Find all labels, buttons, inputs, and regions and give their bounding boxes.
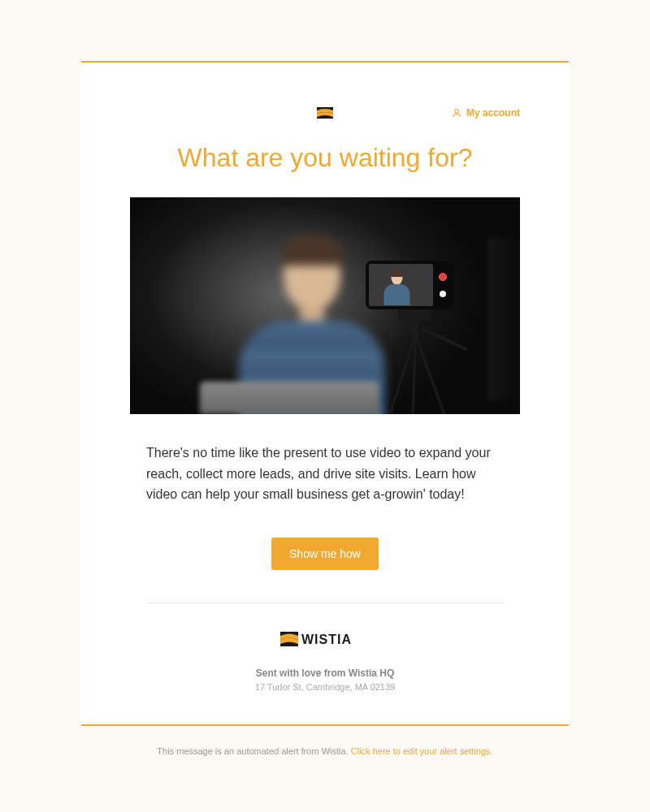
wistia-logo-icon: WISTIA	[280, 632, 370, 646]
footer-text: Sent with love from Wistia HQ 17 Tudor S…	[130, 667, 520, 692]
cta-wrapper: Show me how	[130, 538, 520, 570]
footer-address: 17 Tudor St, Cambridge, MA 02139	[130, 682, 520, 692]
svg-text:WISTIA: WISTIA	[301, 633, 352, 646]
email-body: My account What are you waiting for?	[81, 63, 569, 724]
my-account-link[interactable]: My account	[452, 107, 520, 119]
user-icon	[452, 108, 462, 118]
alert-settings-link[interactable]: Click here to edit your alert settings.	[351, 746, 493, 756]
phone-frame	[366, 261, 453, 309]
switch-camera-icon	[440, 291, 446, 297]
page-heading: What are you waiting for?	[130, 143, 520, 173]
my-account-label: My account	[466, 107, 520, 119]
wistia-logo-small-icon	[317, 107, 333, 119]
hero-rig	[488, 238, 520, 400]
divider	[146, 603, 504, 603]
hero-laptop	[200, 382, 379, 414]
body-text: There's no time like the present to use …	[130, 443, 520, 505]
phone-screen	[369, 264, 433, 306]
show-me-how-button[interactable]: Show me how	[271, 538, 379, 570]
header-row: My account	[130, 107, 520, 119]
disclaimer: This message is an automated alert from …	[81, 726, 569, 776]
phone-controls	[436, 273, 450, 297]
svg-point-1	[455, 110, 459, 114]
hero-image	[130, 197, 520, 414]
email-wrapper: My account What are you waiting for?	[81, 61, 569, 776]
record-icon	[439, 273, 447, 281]
disclaimer-prefix: This message is an automated alert from …	[157, 746, 350, 756]
footer-sent-from: Sent with love from Wistia HQ	[130, 667, 520, 679]
tripod	[374, 309, 455, 414]
footer-logo: WISTIA	[130, 632, 520, 650]
